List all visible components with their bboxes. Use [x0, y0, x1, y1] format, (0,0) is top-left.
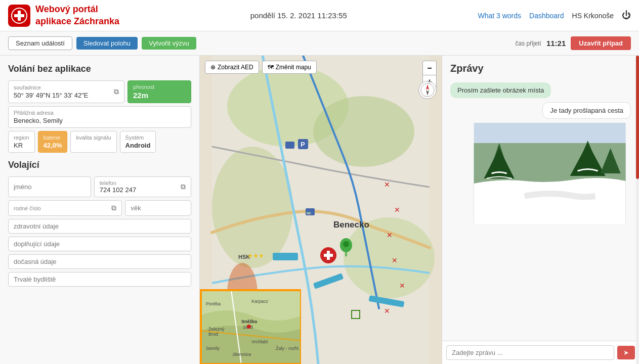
hs-label: HS Krkonoše	[572, 12, 614, 20]
seznam-button[interactable]: Seznam událostí	[8, 36, 72, 50]
coord-copy-button[interactable]: ⧉	[114, 87, 119, 96]
address-field: Přibližná adresa Benecko, Semily	[8, 106, 191, 128]
address-value: Benecko, Semily	[14, 117, 63, 124]
logo-line2: aplikace Záchranka	[35, 16, 119, 27]
id-field: rodné číslo ⧉	[8, 200, 122, 216]
svg-point-68	[499, 197, 529, 205]
phone-copy-button[interactable]: ⧉	[181, 183, 186, 191]
svg-text:Jilemnice: Jilemnice	[232, 352, 251, 357]
toolbar-right: čas přijetí 11:21 Uzavřít případ	[516, 36, 631, 50]
svg-text:Karpacz: Karpacz	[251, 299, 269, 304]
additional-input[interactable]	[8, 237, 191, 251]
sledovat-button[interactable]: Sledovat polohu	[76, 37, 138, 50]
svg-text:Vrchlabí: Vrchlabí	[251, 339, 268, 344]
id-copy-button[interactable]: ⧉	[111, 204, 116, 212]
mini-map[interactable]: Poréba Karpacz Sněžka 1603 Vrchlabí Žele…	[200, 289, 301, 364]
temporary-input[interactable]	[8, 254, 191, 269]
app-logo-icon	[8, 5, 30, 27]
message-2: Je tady prošlapaná cesta	[542, 102, 631, 119]
svg-text:Semily: Semily	[206, 346, 220, 351]
map-panel[interactable]: ✕ ✕ ✕ ✕ ✕ ✕ P 🚌 Benecko Na Sychrové běže…	[200, 56, 442, 364]
phone-value: 724 102 247	[100, 186, 136, 194]
coord-field: souřadnice 50° 39' 49"N 15° 33' 42"E ⧉	[8, 80, 124, 103]
change-map-button[interactable]: 🗺 Změnit mapu	[262, 61, 317, 74]
svg-text:✕: ✕	[384, 180, 390, 189]
coord-row: souřadnice 50° 39' 49"N 15° 33' 42"E ⧉ p…	[8, 80, 191, 103]
section1-title: Volání bez aplikace	[8, 64, 191, 74]
svg-text:Sněžka: Sněžka	[241, 319, 258, 324]
chat-input[interactable]	[446, 345, 614, 360]
svg-text:Železný: Železný	[208, 327, 225, 332]
dashboard-link[interactable]: Dashboard	[529, 12, 564, 20]
messages-title: Zprávy	[442, 56, 639, 78]
system-field: Systém Android	[120, 131, 156, 153]
svg-point-5	[313, 96, 414, 167]
chat-input-area: ➤	[442, 341, 639, 364]
svg-text:✕: ✕	[394, 206, 400, 214]
svg-text:★★★: ★★★	[247, 252, 264, 259]
vytvorit-button[interactable]: Vytvořit výzvu	[142, 37, 196, 50]
svg-text:✕: ✕	[392, 256, 398, 264]
right-scrollbar-thumb	[636, 56, 639, 179]
address-label: Přibližná adresa	[14, 110, 186, 116]
map-toolbar: ⊕ Zobrazit AED 🗺 Změnit mapu	[205, 61, 317, 74]
svg-text:Benecko: Benecko	[333, 220, 369, 230]
section2-title: Volající	[8, 160, 191, 170]
main-content: Volání bez aplikace souřadnice 50° 39' 4…	[0, 56, 639, 364]
residence-input[interactable]	[8, 272, 191, 287]
svg-text:✕: ✕	[387, 231, 393, 239]
zoom-out-button[interactable]: −	[422, 61, 437, 75]
aed-icon: ⊕	[210, 64, 216, 71]
header: Webový portál aplikace Záchranka pondělí…	[0, 0, 639, 31]
name-phone-row: telefon 724 102 247 ⧉	[8, 176, 191, 197]
messages-area: Prosím zašlete obrázek místa Je tady pro…	[442, 78, 639, 341]
svg-point-69	[544, 199, 585, 209]
health-input[interactable]	[8, 219, 191, 234]
header-datetime: pondělí 15. 2. 2021 11:23:55	[119, 11, 478, 20]
svg-text:Žaly - rozhl.: Žaly - rozhl.	[276, 346, 300, 351]
precision-field: přesnost 22m	[127, 80, 191, 103]
precision-value: 22m	[133, 91, 186, 100]
battery-field: baterie 42,0%	[38, 131, 68, 153]
compass[interactable]	[418, 81, 437, 99]
header-right: What 3 words Dashboard HS Krkonoše ⏻	[478, 10, 631, 21]
region-label: region	[14, 134, 29, 141]
cas-label: čas přijetí	[516, 40, 541, 47]
svg-text:✕: ✕	[384, 307, 390, 315]
signal-label: kvalita signálu	[76, 134, 111, 141]
name-input[interactable]	[8, 176, 91, 197]
info-row: region KR baterie 42,0% kvalita signálu …	[8, 131, 191, 153]
svg-point-6	[212, 147, 293, 268]
message-image	[468, 123, 631, 225]
svg-text:Poréba: Poréba	[206, 301, 221, 306]
map-layers-icon: 🗺	[268, 64, 274, 71]
region-value: KR	[14, 142, 29, 149]
right-panel: Zprávy Prosím zašlete obrázek místa Je t…	[442, 56, 639, 364]
region-field: region KR	[8, 131, 35, 153]
svg-rect-2	[14, 14, 24, 17]
svg-text:✕: ✕	[399, 282, 405, 290]
svg-point-39	[343, 241, 349, 247]
phone-label: telefon	[100, 180, 136, 186]
system-label: Systém	[125, 134, 151, 141]
show-aed-button[interactable]: ⊕ Zobrazit AED	[205, 61, 259, 74]
chat-send-button[interactable]: ➤	[617, 346, 635, 359]
svg-rect-14	[273, 253, 298, 260]
uzavrit-button[interactable]: Uzavřít případ	[571, 36, 631, 50]
snow-image	[468, 123, 631, 224]
power-icon[interactable]: ⏻	[622, 10, 631, 21]
precision-label: přesnost	[133, 84, 186, 90]
left-panel: Volání bez aplikace souřadnice 50° 39' 4…	[0, 56, 200, 364]
svg-point-60	[247, 325, 251, 329]
what3words-link[interactable]: What 3 words	[478, 12, 521, 20]
id-label: rodné číslo	[14, 205, 41, 211]
age-input[interactable]	[125, 200, 191, 216]
signal-field: kvalita signálu	[70, 131, 116, 153]
id-age-row: rodné číslo ⧉	[8, 200, 191, 216]
battery-label: baterie	[44, 134, 62, 141]
logo-area: Webový portál aplikace Záchranka	[8, 4, 119, 27]
svg-rect-37	[327, 251, 330, 260]
svg-point-7	[344, 217, 435, 298]
svg-rect-23	[285, 142, 294, 149]
svg-text:🚌: 🚌	[306, 210, 311, 215]
